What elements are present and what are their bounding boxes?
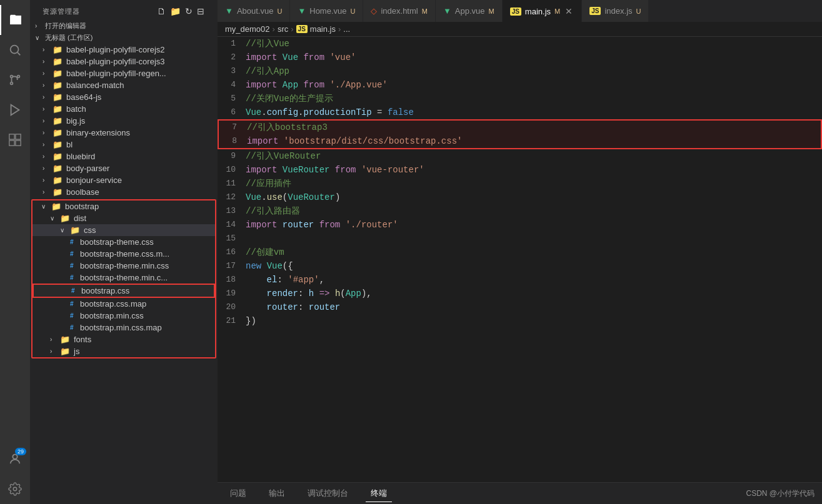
arrow-icon: › <box>43 141 53 148</box>
extensions-icon[interactable] <box>0 125 30 155</box>
bootstrap-folder[interactable]: ∨ 📁 bootstrap <box>33 200 215 212</box>
breadcrumb-item[interactable]: main.js <box>310 24 336 34</box>
main-area: ▼ About.vue U ▼ Home.vue U ◇ index.html … <box>218 0 822 504</box>
new-folder-icon[interactable]: 📁 <box>170 6 181 16</box>
code-line-15: 15 <box>218 232 822 245</box>
list-item[interactable]: › 📁 babel-plugin-polyfill-corejs2 <box>30 44 218 56</box>
list-item[interactable]: › 📁 base64-js <box>30 91 218 103</box>
list-item[interactable]: › 📁 bluebird <box>30 151 218 162</box>
folder-icon: 📁 <box>60 214 71 223</box>
breadcrumb: my_demo02 › src › JS main.js › ... <box>218 22 822 37</box>
list-item[interactable]: › 📁 balanced-match <box>30 79 218 91</box>
bootstrap-css-file[interactable]: # bootstrap.css <box>33 284 215 298</box>
list-item[interactable]: › 📁 big.js <box>30 115 218 127</box>
line-content: render: h => h(App), <box>246 287 822 300</box>
line-number: 2 <box>218 51 246 64</box>
tab-problems[interactable]: 问题 <box>225 485 251 502</box>
files-icon[interactable] <box>0 5 30 35</box>
list-item[interactable]: › 📁 binary-extensions <box>30 127 218 139</box>
folder-icon: 📁 <box>60 335 71 344</box>
breadcrumb-item[interactable]: my_demo02 <box>225 24 270 34</box>
js-folder[interactable]: › 📁 js <box>33 345 215 357</box>
breadcrumb-item[interactable]: ... <box>343 24 350 34</box>
list-item[interactable]: # bootstrap-theme.css.m... <box>33 248 215 260</box>
line-number: 1 <box>218 37 246 51</box>
code-line-10: 10 import VueRouter from 'vue-router' <box>218 163 822 177</box>
tab-index-js[interactable]: JS index.js U <box>582 0 649 22</box>
folder-icon: 📁 <box>53 57 64 66</box>
svg-point-12 <box>13 487 17 491</box>
list-item[interactable]: › 📁 bl <box>30 139 218 151</box>
code-line-17: 17 new Vue({ <box>218 259 822 273</box>
fonts-folder[interactable]: › 📁 fonts <box>33 334 215 345</box>
open-editors-section[interactable]: › 打开的编辑器 <box>30 20 218 32</box>
account-icon[interactable]: 29 <box>0 444 30 474</box>
code-editor[interactable]: 1 //引入Vue 2 import Vue from 'vue' 3 //引入… <box>218 37 822 482</box>
line-content: //应用插件 <box>246 177 822 190</box>
item-label: batch <box>66 104 86 114</box>
settings-icon[interactable] <box>0 474 30 504</box>
list-item[interactable]: › 📁 body-parser <box>30 162 218 174</box>
debug-icon[interactable] <box>0 95 30 125</box>
code-line-18: 18 el: '#app', <box>218 273 822 287</box>
item-label: bluebird <box>66 152 95 161</box>
item-label: bonjour-service <box>66 175 122 185</box>
tab-bar: ▼ About.vue U ▼ Home.vue U ◇ index.html … <box>218 0 822 22</box>
list-item[interactable]: › 📁 babel-plugin-polyfill-corejs3 <box>30 56 218 67</box>
list-item[interactable]: # bootstrap.css.map <box>33 298 215 310</box>
arrow-icon: › <box>50 336 60 343</box>
list-item[interactable]: › 📁 bonjour-service <box>30 174 218 186</box>
list-item[interactable]: # bootstrap.min.css <box>33 310 215 322</box>
source-control-icon[interactable] <box>0 65 30 95</box>
item-label: base64-js <box>66 92 101 102</box>
attribution: CSDN @小付学代码 <box>746 488 814 499</box>
arrow-icon: ∨ <box>35 34 45 41</box>
arrow-icon: › <box>43 106 53 112</box>
line-number: 6 <box>218 106 246 119</box>
list-item[interactable]: › 📁 batch <box>30 103 218 115</box>
line-number: 4 <box>218 78 246 92</box>
sidebar-content: › 打开的编辑器 ∨ 无标题 (工作区) › 📁 babel-plugin-po… <box>30 20 218 504</box>
folder-icon: 📁 <box>53 187 64 197</box>
line-number: 20 <box>218 300 246 314</box>
tab-home-vue[interactable]: ▼ Home.vue U <box>290 0 363 22</box>
breadcrumb-item[interactable]: src <box>278 24 288 34</box>
html-icon: ◇ <box>371 6 377 16</box>
list-item[interactable]: # bootstrap.min.css.map <box>33 322 215 334</box>
item-label: bootstrap.css <box>81 286 129 295</box>
list-item[interactable]: › 📁 babel-plugin-polyfill-regen... <box>30 67 218 79</box>
tab-main-js[interactable]: JS main.js M ✕ <box>503 0 583 22</box>
vue-icon: ▼ <box>225 6 233 16</box>
collapse-icon[interactable]: ⊟ <box>197 6 205 16</box>
hash-icon: # <box>70 312 80 319</box>
list-item[interactable]: # bootstrap-theme.min.css <box>33 260 215 272</box>
tab-index-html[interactable]: ◇ index.html M <box>363 0 435 22</box>
svg-marker-6 <box>11 105 19 116</box>
tab-about-vue[interactable]: ▼ About.vue U <box>218 0 290 22</box>
new-file-icon[interactable]: 🗋 <box>157 6 166 16</box>
list-item[interactable]: › 📁 boolbase <box>30 186 218 198</box>
search-icon[interactable] <box>0 35 30 65</box>
line-number: 13 <box>218 204 246 218</box>
dist-folder[interactable]: ∨ 📁 dist <box>33 212 215 224</box>
workspace-section[interactable]: ∨ 无标题 (工作区) <box>30 32 218 44</box>
line-content: //引入Vue <box>246 37 822 51</box>
list-item[interactable]: # bootstrap-theme.css <box>33 236 215 248</box>
code-line-3: 3 //引入App <box>218 64 822 78</box>
refresh-icon[interactable]: ↻ <box>185 6 193 16</box>
open-editors-label: 打开的编辑器 <box>45 21 86 31</box>
tab-app-vue[interactable]: ▼ App.vue M <box>436 0 503 22</box>
svg-point-11 <box>13 455 17 459</box>
tab-output[interactable]: 输出 <box>264 485 290 502</box>
list-item[interactable]: # bootstrap-theme.min.c... <box>33 272 215 284</box>
tab-debug-console[interactable]: 调试控制台 <box>303 485 353 502</box>
css-folder[interactable]: ∨ 📁 css <box>33 224 215 236</box>
item-label: babel-plugin-polyfill-corejs2 <box>66 45 165 54</box>
svg-rect-7 <box>9 134 14 139</box>
hash-icon: # <box>70 250 80 257</box>
tab-terminal[interactable]: 终端 <box>366 485 392 502</box>
sidebar-title-actions: 🗋 📁 ↻ ⊟ <box>157 6 205 16</box>
line-content: el: '#app', <box>246 273 822 287</box>
tab-close-button[interactable]: ✕ <box>564 6 574 16</box>
line-content: //关闭Vue的生产提示 <box>246 92 822 106</box>
